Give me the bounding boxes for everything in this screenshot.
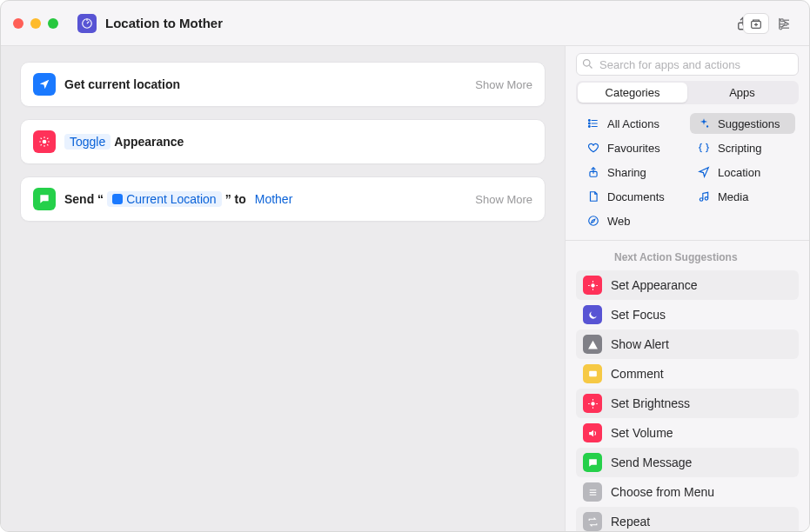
suggestion-label: Choose from Menu (611, 485, 714, 499)
category-label: Documents (607, 190, 665, 203)
category-favourites[interactable]: Favourites (579, 137, 685, 158)
category-suggestions[interactable]: Suggestions (690, 113, 795, 134)
content-split: Get current location Show More Toggle Ap… (1, 46, 809, 531)
repeat-icon (583, 512, 602, 531)
category-sharing[interactable]: Sharing (579, 162, 685, 183)
message-icon (583, 453, 602, 472)
search-field[interactable] (576, 53, 799, 76)
library-segment[interactable]: Categories Apps (576, 81, 799, 104)
message-icon (33, 188, 56, 210)
step-label: Get current location (64, 77, 180, 91)
app-window: Location to Mother Get current location … (0, 0, 810, 532)
settings-brightness-icon (583, 394, 602, 413)
category-grid: All ActionsSuggestionsFavouritesScriptin… (576, 113, 799, 240)
suggestion-repeat[interactable]: Repeat (576, 507, 799, 531)
category-media[interactable]: Media (690, 186, 795, 207)
suggestion-label: Set Brightness (611, 396, 690, 410)
suggestion-label: Show Alert (611, 337, 669, 351)
minimize-window-button[interactable] (30, 18, 41, 29)
search-icon (581, 57, 594, 70)
step-get-location[interactable]: Get current location Show More (20, 62, 546, 107)
moon-icon (583, 305, 602, 324)
svg-line-24 (589, 65, 592, 68)
suggestion-choose-from-menu[interactable]: Choose from Menu (576, 477, 799, 507)
category-scripting[interactable]: Scripting (690, 137, 795, 158)
suggestion-set-brightness[interactable]: Set Brightness (576, 389, 799, 418)
show-more-button[interactable]: Show More (475, 78, 532, 91)
sparkle-icon (697, 116, 711, 130)
segment-apps[interactable]: Apps (687, 83, 797, 103)
suggestion-label: Set Appearance (611, 278, 698, 292)
svg-line-13 (47, 138, 48, 139)
step-title: Get current location (64, 77, 466, 91)
category-all-actions[interactable]: All Actions (579, 113, 685, 134)
comment-icon (583, 364, 602, 383)
current-location-token[interactable]: Current Location (107, 191, 222, 207)
suggestion-show-alert[interactable]: Show Alert (576, 329, 799, 359)
share-icon (586, 165, 600, 179)
location-arrow-icon (697, 165, 711, 179)
suggestion-label: Set Volume (611, 426, 673, 440)
svg-point-29 (588, 123, 590, 124)
svg-point-22 (780, 26, 782, 29)
toggle-token[interactable]: Toggle (64, 134, 110, 150)
svg-point-5 (43, 140, 47, 144)
suggestion-label: Send Message (611, 456, 692, 469)
svg-line-11 (47, 144, 48, 145)
step-toggle-appearance[interactable]: Toggle Appearance (20, 119, 546, 164)
token-marker-icon (112, 194, 123, 204)
suggestion-label: Set Focus (611, 308, 666, 322)
divider (566, 240, 809, 241)
settings-brightness-icon (583, 276, 602, 295)
suggestion-comment[interactable]: Comment (576, 359, 799, 389)
recipient-token[interactable]: Mother (250, 191, 298, 207)
music-icon (697, 190, 711, 203)
svg-point-36 (591, 283, 594, 287)
svg-point-18 (780, 18, 783, 21)
category-label: Scripting (718, 142, 762, 155)
svg-point-23 (584, 60, 591, 67)
category-documents[interactable]: Documents (579, 186, 685, 207)
category-label: Web (607, 215, 631, 228)
zoom-window-button[interactable] (48, 18, 58, 29)
suggestion-set-volume[interactable]: Set Volume (576, 418, 799, 448)
sidebar-toolbar (566, 1, 809, 46)
alert-icon (583, 335, 602, 354)
close-window-button[interactable] (13, 18, 23, 29)
category-location[interactable]: Location (690, 162, 795, 183)
step-title: Toggle Appearance (64, 134, 532, 150)
settings-button[interactable] (771, 13, 797, 34)
svg-rect-41 (589, 370, 597, 376)
suggestion-set-appearance[interactable]: Set Appearance (576, 270, 799, 300)
category-label: Location (718, 166, 760, 179)
show-more-button[interactable]: Show More (475, 193, 532, 206)
segment-categories[interactable]: Categories (578, 83, 687, 103)
list-icon (586, 116, 600, 130)
shortcut-icon (77, 14, 97, 33)
suggestion-label: Repeat (611, 515, 650, 529)
step-label-a: Send “ (64, 192, 104, 206)
suggestion-send-message[interactable]: Send Message (576, 448, 799, 477)
suggestions-scroll[interactable]: Next Action Suggestions Set AppearanceSe… (566, 246, 809, 531)
suggestion-set-focus[interactable]: Set Focus (576, 300, 799, 329)
token-label: Current Location (126, 192, 217, 206)
workflow-canvas[interactable]: Get current location Show More Toggle Ap… (1, 46, 566, 531)
category-label: Sharing (607, 166, 646, 179)
category-label: All Actions (607, 117, 659, 130)
svg-line-12 (41, 144, 42, 145)
library-toggle-button[interactable] (743, 13, 769, 34)
heart-icon (586, 141, 600, 155)
category-web[interactable]: Web (579, 210, 685, 231)
menu-icon (583, 482, 602, 502)
svg-line-2 (87, 21, 89, 23)
settings-brightness-icon (33, 130, 56, 153)
suggestions-list: Set AppearanceSet FocusShow AlertComment… (576, 270, 799, 531)
svg-line-10 (41, 138, 42, 139)
category-label: Favourites (607, 142, 660, 155)
svg-point-35 (589, 216, 599, 226)
category-label: Suggestions (718, 117, 780, 130)
search-input[interactable] (576, 53, 799, 76)
suggestions-header: Next Action Suggestions (576, 246, 799, 270)
svg-point-28 (588, 120, 590, 122)
step-send-message[interactable]: Send “ Current Location ” to Mother Show… (20, 176, 546, 222)
